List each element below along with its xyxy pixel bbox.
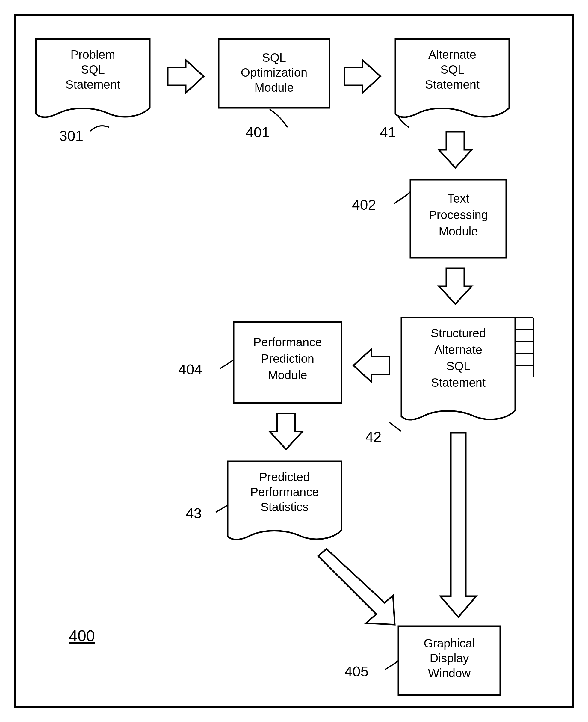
node-optimize-line3: Module	[254, 81, 294, 94]
node-problem-line2: SQL	[81, 63, 105, 76]
node-text-processing: Text Processing Module	[411, 180, 506, 257]
arrow-alternate-to-textproc	[439, 132, 472, 168]
node-graphical-display: Graphical Display Window	[398, 626, 500, 695]
node-optimize-line2: Optimization	[241, 66, 307, 79]
leader-402	[394, 192, 411, 204]
node-alternate-line2: SQL	[440, 63, 464, 76]
node-textproc-line3: Module	[439, 225, 478, 238]
node-structured-line3: SQL	[446, 359, 470, 373]
ref-301: 301	[59, 128, 83, 144]
leader-42	[390, 422, 401, 431]
arrow-optimize-to-alternate	[344, 60, 380, 93]
node-alternate-line1: Alternate	[428, 48, 476, 61]
node-structured-line4: Statement	[431, 376, 486, 389]
node-display-line2: Display	[429, 652, 469, 665]
node-predicted-stats: Predicted Performance Statistics	[228, 461, 341, 540]
ref-405: 405	[344, 664, 369, 679]
node-textproc-line2: Processing	[429, 208, 488, 221]
node-perfpred-line3: Module	[268, 369, 307, 382]
leader-401	[270, 109, 288, 127]
node-structured-line2: Alternate	[434, 343, 482, 356]
node-perfpred-line2: Prediction	[261, 352, 314, 365]
node-predstats-line3: Statistics	[260, 500, 309, 514]
node-problem-line3: Statement	[66, 78, 120, 91]
node-optimize-line1: SQL	[262, 51, 286, 64]
flow-diagram: Problem SQL Statement 301 SQL Optimizati…	[0, 0, 588, 722]
arrow-problem-to-optimize	[168, 60, 204, 93]
leader-43	[216, 505, 228, 512]
node-display-line1: Graphical	[423, 637, 475, 650]
node-sql-optimization: SQL Optimization Module	[219, 39, 330, 108]
ref-402: 402	[352, 197, 376, 213]
leader-405	[385, 661, 398, 669]
ref-41: 41	[380, 124, 396, 140]
node-predstats-line2: Performance	[250, 485, 319, 498]
node-structured-alt-sql: Structured Alternate SQL Statement	[401, 317, 533, 420]
figure-label: 400	[69, 627, 95, 644]
arrow-perfpred-to-predstats	[270, 413, 302, 449]
arrow-textproc-to-structured	[439, 268, 472, 304]
node-display-line3: Window	[428, 666, 470, 680]
node-perfpred-line1: Performance	[253, 335, 322, 349]
node-alternate-line3: Statement	[425, 78, 480, 91]
node-alternate-sql: Alternate SQL Statement	[395, 39, 509, 117]
node-problem-sql: Problem SQL Statement	[36, 39, 150, 117]
arrow-structured-to-display	[440, 433, 476, 617]
arrow-structured-to-perfpred	[354, 349, 390, 382]
node-problem-line1: Problem	[71, 48, 115, 61]
node-textproc-line1: Text	[447, 192, 469, 205]
ref-43: 43	[186, 506, 202, 521]
node-structured-line1: Structured	[431, 327, 486, 340]
leader-404	[220, 359, 234, 369]
arrow-predstats-to-display	[318, 549, 395, 625]
node-predstats-line1: Predicted	[259, 470, 310, 483]
ref-404: 404	[178, 362, 202, 377]
ref-42: 42	[365, 429, 381, 445]
leader-301	[90, 126, 109, 131]
node-perf-prediction: Performance Prediction Module	[234, 322, 341, 403]
ref-401: 401	[246, 124, 270, 140]
